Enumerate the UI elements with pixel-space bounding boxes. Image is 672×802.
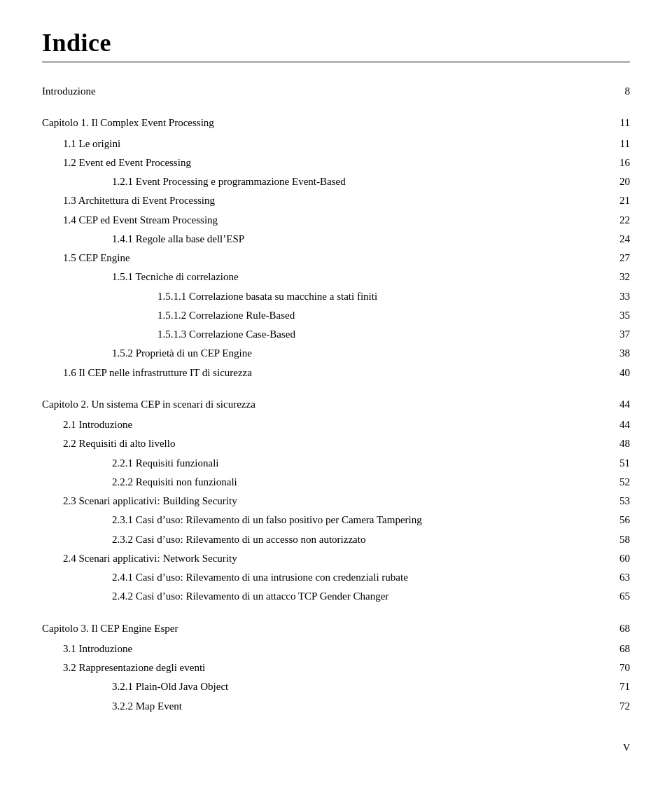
- toc-entry-2.4.2: 2.4.2 Casi d’uso: Rilevamento di un atta…: [42, 588, 630, 604]
- toc-page: 35: [609, 307, 630, 324]
- toc-label: 2.2.2 Requisiti non funzionali: [42, 474, 609, 490]
- toc-page: 68: [609, 641, 630, 657]
- toc-page: 58: [609, 532, 630, 548]
- toc-label: 2.3.1 Casi d’uso: Rilevamento di un fals…: [42, 512, 609, 528]
- toc-label: 3.2.2 Map Event: [42, 698, 609, 714]
- toc-label: 3.2 Rappresentazione degli eventi: [42, 660, 609, 676]
- toc-label: 2.4.2 Casi d’uso: Rilevamento di un atta…: [42, 588, 609, 604]
- toc-entry-2.3.2: 2.3.2 Casi d’uso: Rilevamento di un acce…: [42, 532, 630, 548]
- toc-page: 20: [609, 174, 630, 190]
- toc-page: 63: [609, 569, 630, 586]
- toc-label: 2.4.1 Casi d’uso: Rilevamento di una int…: [42, 569, 609, 586]
- toc-page: 60: [609, 551, 630, 567]
- toc-entry-1.2: 1.2 Event ed Event Processing16: [42, 155, 630, 171]
- toc-entry-1.4: 1.4 CEP ed Event Stream Processing22: [42, 212, 630, 228]
- toc-page: 53: [609, 493, 630, 509]
- toc-page: 40: [609, 365, 630, 381]
- toc-label: 1.4 CEP ed Event Stream Processing: [42, 212, 609, 228]
- toc-label: Capitolo 1. Il Complex Event Processing: [42, 115, 609, 131]
- toc-label: 1.5.2 Proprietà di un CEP Engine: [42, 345, 609, 361]
- toc-page: 56: [609, 512, 630, 528]
- toc-page: 68: [609, 621, 630, 637]
- toc-label: Capitolo 3. Il CEP Engine Esper: [42, 621, 609, 637]
- toc-entry-cap3: Capitolo 3. Il CEP Engine Esper68: [42, 621, 630, 637]
- toc-page: 48: [609, 436, 630, 452]
- toc-entry-1.6: 1.6 Il CEP nelle infrastrutture IT di si…: [42, 365, 630, 381]
- toc-page: 27: [609, 250, 630, 266]
- toc-entry-cap2: Capitolo 2. Un sistema CEP in scenari di…: [42, 396, 630, 413]
- toc-entry-1.5.1.2: 1.5.1.2 Correlazione Rule-Based35: [42, 307, 630, 324]
- toc-page: 24: [609, 231, 630, 247]
- toc-entry-3.2: 3.2 Rappresentazione degli eventi70: [42, 660, 630, 676]
- toc-label: 1.5 CEP Engine: [42, 250, 609, 266]
- toc-label: 1.4.1 Regole alla base dell’ESP: [42, 231, 609, 247]
- toc-entry-1.5.1: 1.5.1 Tecniche di correlazione32: [42, 269, 630, 285]
- toc-entry-1.5.1.1: 1.5.1.1 Correlazione basata su macchine …: [42, 289, 630, 305]
- toc-entry-3.1: 3.1 Introduzione68: [42, 641, 630, 657]
- toc-entry-2.4.1: 2.4.1 Casi d’uso: Rilevamento di una int…: [42, 569, 630, 586]
- toc-label: 1.3 Architettura di Event Processing: [42, 193, 609, 209]
- toc-label: 3.2.1 Plain-Old Java Object: [42, 679, 609, 695]
- title-divider: [42, 62, 630, 62]
- toc-page: 8: [609, 83, 630, 99]
- toc-page: 32: [609, 269, 630, 285]
- page-footer: V: [42, 742, 630, 754]
- toc-entry-2.2.1: 2.2.1 Requisiti funzionali51: [42, 455, 630, 471]
- toc-label: 2.1 Introduzione: [42, 417, 609, 433]
- toc-label: 2.3.2 Casi d’uso: Rilevamento di un acce…: [42, 532, 609, 548]
- toc-entry-2.4: 2.4 Scenari applicativi: Network Securit…: [42, 551, 630, 567]
- page-title: Indice: [42, 28, 630, 57]
- toc-page: 11: [609, 136, 630, 152]
- toc-entry-1.5.1.3: 1.5.1.3 Correlazione Case-Based37: [42, 326, 630, 343]
- toc-page: 11: [609, 115, 630, 131]
- toc-label: 2.4 Scenari applicativi: Network Securit…: [42, 551, 609, 567]
- toc-entry-2.2.2: 2.2.2 Requisiti non funzionali52: [42, 474, 630, 490]
- toc-entry-1.5.2: 1.5.2 Proprietà di un CEP Engine38: [42, 345, 630, 361]
- toc-page: 70: [609, 660, 630, 676]
- toc-page: 37: [609, 326, 630, 343]
- toc-entry-cap1: Capitolo 1. Il Complex Event Processing1…: [42, 115, 630, 131]
- toc-label: 1.5.1.3 Correlazione Case-Based: [42, 326, 609, 343]
- toc-page: 44: [609, 396, 630, 413]
- toc-page: 33: [609, 289, 630, 305]
- toc-label: 1.2 Event ed Event Processing: [42, 155, 609, 171]
- toc-page: 22: [609, 212, 630, 228]
- toc-page: 72: [609, 698, 630, 714]
- toc-label: 1.1 Le origini: [42, 136, 609, 152]
- toc-entry-1.5: 1.5 CEP Engine27: [42, 250, 630, 266]
- toc-entry-1.4.1: 1.4.1 Regole alla base dell’ESP24: [42, 231, 630, 247]
- toc-label: 1.2.1 Event Processing e programmazione …: [42, 174, 609, 190]
- toc-entry-introduzione: Introduzione8: [42, 83, 630, 99]
- toc-page: 51: [609, 455, 630, 471]
- toc-entry-1.3: 1.3 Architettura di Event Processing21: [42, 193, 630, 209]
- toc-page: 16: [609, 155, 630, 171]
- toc-label: 2.2 Requisiti di alto livello: [42, 436, 609, 452]
- toc-entry-3.2.2: 3.2.2 Map Event72: [42, 698, 630, 714]
- toc-label: 1.6 Il CEP nelle infrastrutture IT di si…: [42, 365, 609, 381]
- toc-label: Capitolo 2. Un sistema CEP in scenari di…: [42, 396, 609, 413]
- toc-entry-2.1: 2.1 Introduzione44: [42, 417, 630, 433]
- toc-page: 38: [609, 345, 630, 361]
- toc-label: 1.5.1.1 Correlazione basata su macchine …: [42, 289, 609, 305]
- toc-label: 3.1 Introduzione: [42, 641, 609, 657]
- toc-page: 52: [609, 474, 630, 490]
- toc-entry-2.3.1: 2.3.1 Casi d’uso: Rilevamento di un fals…: [42, 512, 630, 528]
- toc-entry-2.2: 2.2 Requisiti di alto livello48: [42, 436, 630, 452]
- toc-label: 1.5.1.2 Correlazione Rule-Based: [42, 307, 609, 324]
- table-of-contents: Introduzione8Capitolo 1. Il Complex Even…: [42, 83, 630, 714]
- toc-label: 2.3 Scenari applicativi: Building Securi…: [42, 493, 609, 509]
- toc-page: 21: [609, 193, 630, 209]
- toc-entry-3.2.1: 3.2.1 Plain-Old Java Object71: [42, 679, 630, 695]
- toc-page: 71: [609, 679, 630, 695]
- toc-entry-1.1: 1.1 Le origini11: [42, 136, 630, 152]
- toc-label: Introduzione: [42, 83, 609, 99]
- toc-label: 1.5.1 Tecniche di correlazione: [42, 269, 609, 285]
- toc-page: 65: [609, 588, 630, 604]
- toc-page: 44: [609, 417, 630, 433]
- toc-entry-1.2.1: 1.2.1 Event Processing e programmazione …: [42, 174, 630, 190]
- toc-label: 2.2.1 Requisiti funzionali: [42, 455, 609, 471]
- toc-entry-2.3: 2.3 Scenari applicativi: Building Securi…: [42, 493, 630, 509]
